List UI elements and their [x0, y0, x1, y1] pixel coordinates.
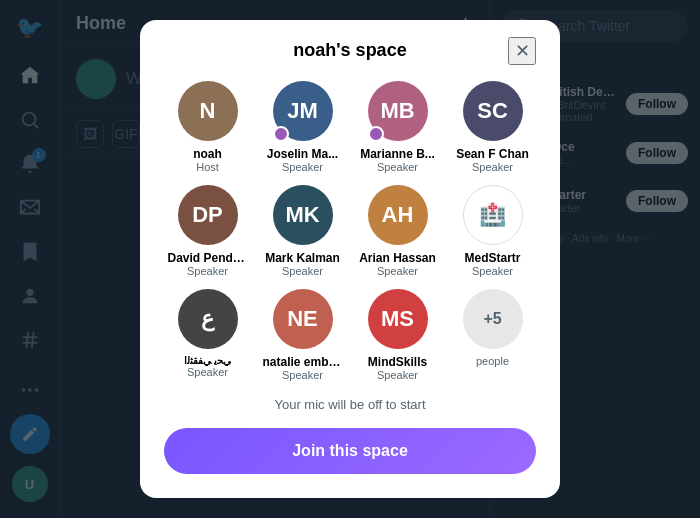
modal-title: noah's space — [293, 40, 406, 61]
speaker-avatar: MK — [273, 185, 333, 245]
speaker-role: Speaker — [472, 161, 513, 173]
speaker-name: Mark Kalman — [265, 251, 340, 265]
speaker-avatar-wrap: DP — [178, 185, 238, 245]
speaker-more: +5 people — [449, 289, 536, 381]
speaker-joselin: JM Joselin Ma... Speaker — [259, 81, 346, 173]
speaker-avatar: ع — [178, 289, 238, 349]
modal-header: noah's space ✕ — [164, 40, 536, 61]
speaker-avatar: AH — [368, 185, 428, 245]
speaker-medstartr: 🏥 MedStartr Speaker — [449, 185, 536, 277]
speaker-role: Speaker — [187, 366, 228, 378]
speaker-avatar: SC — [463, 81, 523, 141]
speaker-avatar-wrap: MB — [368, 81, 428, 141]
speaker-name: Arian Hassan — [359, 251, 436, 265]
speakers-grid: N noah Host JM Joselin Ma... Speaker MB — [164, 81, 536, 381]
speaker-name: natalie embrul... — [263, 355, 343, 369]
speaker-avatar-wrap: ع — [178, 289, 238, 349]
speaker-sean: SC Sean F Chan Speaker — [449, 81, 536, 173]
mic-notice: Your mic will be off to start — [164, 397, 536, 412]
speaker-name: ‮ﻲﺤﻳ ﻲﻔﻘﺜﻟا — [184, 355, 231, 366]
close-button[interactable]: ✕ — [508, 37, 536, 65]
speaker-name: David Pendra... — [168, 251, 248, 265]
speaker-marianne: MB Marianne B... Speaker — [354, 81, 441, 173]
speaker-avatar: 🏥 — [463, 185, 523, 245]
plus-count: +5 — [463, 289, 523, 349]
speaker-name: noah — [193, 147, 222, 161]
space-modal: noah's space ✕ N noah Host JM Joselin Ma… — [140, 20, 560, 498]
speaker-name: Marianne B... — [360, 147, 435, 161]
speaker-arabic: ع ‮ﻲﺤﻳ ﻲﻔﻘﺜﻟا Speaker — [164, 289, 251, 381]
speaker-name: MedStartr — [464, 251, 520, 265]
speaker-role: Speaker — [377, 369, 418, 381]
speaker-avatar-wrap: 🏥 — [463, 185, 523, 245]
speaker-arian: AH Arian Hassan Speaker — [354, 185, 441, 277]
speaker-name: Joselin Ma... — [267, 147, 338, 161]
speaker-avatar: DP — [178, 185, 238, 245]
speaker-natalie: NE natalie embrul... Speaker — [259, 289, 346, 381]
speaker-role: Speaker — [377, 161, 418, 173]
speaker-role: Speaker — [377, 265, 418, 277]
modal-overlay: noah's space ✕ N noah Host JM Joselin Ma… — [0, 0, 700, 518]
speaker-avatar-wrap: AH — [368, 185, 428, 245]
speaker-role: Host — [196, 161, 219, 173]
speaker-role: Speaker — [187, 265, 228, 277]
speaker-avatar-wrap: NE — [273, 289, 333, 349]
speaker-role: Speaker — [282, 265, 323, 277]
speaker-avatar-wrap: JM — [273, 81, 333, 141]
speaker-mindskills: MS MindSkills Speaker — [354, 289, 441, 381]
speaker-name: Sean F Chan — [456, 147, 529, 161]
speaker-david: DP David Pendra... Speaker — [164, 185, 251, 277]
speaker-role: people — [476, 355, 509, 367]
speaker-avatar-wrap: MS — [368, 289, 428, 349]
speaker-avatar-wrap: +5 — [463, 289, 523, 349]
speaker-avatar-wrap: SC — [463, 81, 523, 141]
speaker-mark: MK Mark Kalman Speaker — [259, 185, 346, 277]
speaker-avatar-wrap: N — [178, 81, 238, 141]
speaker-role: Speaker — [282, 161, 323, 173]
speaker-avatar: MS — [368, 289, 428, 349]
speaker-avatar-wrap: MK — [273, 185, 333, 245]
speaker-role: Speaker — [472, 265, 513, 277]
speaker-role: Speaker — [282, 369, 323, 381]
speaker-avatar: NE — [273, 289, 333, 349]
speaker-avatar: N — [178, 81, 238, 141]
join-space-button[interactable]: Join this space — [164, 428, 536, 474]
speaker-name: MindSkills — [368, 355, 427, 369]
speaker-noah: N noah Host — [164, 81, 251, 173]
